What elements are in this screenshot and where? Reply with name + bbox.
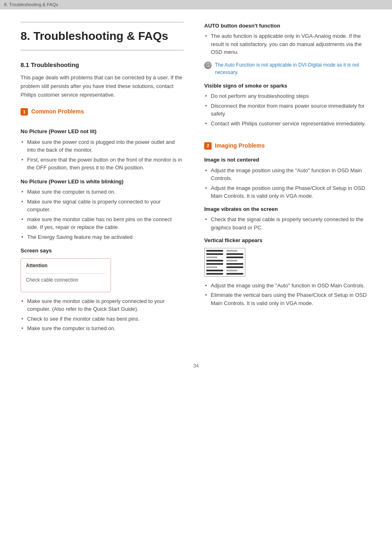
attention-title: Attention xyxy=(26,262,106,269)
common-problems-badge: 1 Common Problems xyxy=(21,107,84,116)
no-pic-led-heading: No Picture (Power LED not lit) xyxy=(21,127,184,136)
flicker-bar xyxy=(206,266,217,268)
flicker-visual xyxy=(205,248,245,276)
list-item: Do not perform any troubleshooting steps xyxy=(204,92,371,100)
flicker-bar xyxy=(206,273,223,275)
attention-body: Check cable connection xyxy=(26,273,106,286)
flicker-bar xyxy=(206,250,223,252)
image-vibrates-list: Check that the signal cable is properly … xyxy=(204,215,371,231)
chapter-title: 8. Troubleshooting & FAQs xyxy=(21,22,184,51)
no-pic-blink-heading: No Picture (Power LED is white blinking) xyxy=(21,178,184,186)
common-problems-label: Common Problems xyxy=(31,107,84,116)
auto-btn-list: The auto function is applicable only in … xyxy=(204,32,371,56)
list-item: Check to see if the monitor cable has be… xyxy=(21,315,184,323)
list-item: Make sure the signal cable is properly c… xyxy=(21,198,184,214)
flicker-bar xyxy=(226,250,238,252)
list-item: The auto function is applicable only in … xyxy=(204,32,371,56)
list-item: Make sure the computer is turned on. xyxy=(21,324,184,333)
list-item: Make sure the power cord is plugged into… xyxy=(21,138,184,154)
flicker-bar xyxy=(206,260,223,261)
badge-1: 1 xyxy=(21,108,28,116)
flicker-col-right xyxy=(225,248,245,276)
list-item: First, ensure that the power button on t… xyxy=(21,156,184,172)
chapter-title-text: Troubleshooting & FAQs xyxy=(33,30,168,42)
imaging-problems-badge: 2 Imaging Problems xyxy=(204,141,265,150)
flicker-bar xyxy=(226,263,243,265)
flicker-image xyxy=(204,248,245,277)
image-not-centered-heading: Image is not centered xyxy=(204,156,371,164)
flicker-bar xyxy=(226,273,243,275)
list-item: Adjust the image position using the "Aut… xyxy=(204,166,371,183)
smoke-list: Do not perform any troubleshooting steps… xyxy=(204,92,371,127)
flicker-col-left xyxy=(205,248,225,276)
auto-btn-heading: AUTO button doesn't function xyxy=(204,22,371,30)
intro-paragraph: This page deals with problems that can b… xyxy=(21,74,184,99)
no-pic-blink-list: Make sure the computer is turned on. Mak… xyxy=(21,188,184,241)
screen-says-list: Make sure the monitor cable is properly … xyxy=(21,297,184,333)
list-item: Make sure the computer is turned on. xyxy=(21,188,184,196)
list-item: make sure the monitor cable has no bent … xyxy=(21,215,184,231)
right-column: AUTO button doesn't function The auto fu… xyxy=(196,22,371,338)
smoke-heading: Visible signs of smoke or sparks xyxy=(204,82,371,90)
list-item: Disconnect the monitor from mains power … xyxy=(204,102,371,118)
attention-box: Attention Check cable connection xyxy=(21,258,111,292)
list-item: Make sure the monitor cable is properly … xyxy=(21,297,184,313)
flicker-bar xyxy=(206,257,217,258)
note-box: ⓘ The Auto Function is not applicable in… xyxy=(204,61,371,76)
vertical-flicker-list: Adjust the image using the "Auto" functi… xyxy=(204,282,371,308)
imaging-problems-label: Imaging Problems xyxy=(215,141,265,150)
flicker-bar xyxy=(206,253,223,255)
badge-2: 2 xyxy=(204,142,212,150)
list-item: Check that the signal cable is properly … xyxy=(204,215,371,231)
note-icon: ⓘ xyxy=(204,62,212,69)
breadcrumb: 8. Troubleshooting & FAQs xyxy=(0,0,392,9)
list-item: Contact with Philips customer service re… xyxy=(204,120,371,128)
flicker-bar xyxy=(226,266,243,268)
no-pic-led-list: Make sure the power cord is plugged into… xyxy=(21,138,184,172)
list-item: Adjust the image using the "Auto" functi… xyxy=(204,282,371,290)
left-column: 8. Troubleshooting & FAQs 8.1 Troublesho… xyxy=(21,22,196,338)
vertical-flicker-heading: Vertical flicker appears xyxy=(204,236,371,245)
flicker-bar xyxy=(206,263,223,265)
flicker-bar xyxy=(206,270,223,271)
flicker-bar xyxy=(226,260,238,261)
list-item: The Energy Saving feature may be activat… xyxy=(21,233,184,241)
list-item: Eliminate the vertical bars using the Ph… xyxy=(204,291,371,307)
list-item: Adjust the image position using the Phas… xyxy=(204,184,371,200)
screen-says-label: Screen says xyxy=(21,247,184,255)
flicker-bar xyxy=(226,257,243,258)
page: 8. Troubleshooting & FAQs 8. Troubleshoo… xyxy=(0,0,392,555)
flicker-bar xyxy=(226,253,243,255)
main-content: 8. Troubleshooting & FAQs 8.1 Troublesho… xyxy=(0,9,392,362)
note-text: The Auto Function is not applicable in D… xyxy=(215,61,371,76)
page-number: 34 xyxy=(0,362,392,378)
section-81-heading: 8.1 Troubleshooting xyxy=(21,60,184,70)
flicker-bar xyxy=(226,270,238,271)
chapter-number: 8. xyxy=(21,30,30,42)
image-not-centered-list: Adjust the image position using the "Aut… xyxy=(204,166,371,200)
breadcrumb-text: 8. Troubleshooting & FAQs xyxy=(4,2,58,7)
image-vibrates-heading: Image vibrates on the screen xyxy=(204,205,371,213)
